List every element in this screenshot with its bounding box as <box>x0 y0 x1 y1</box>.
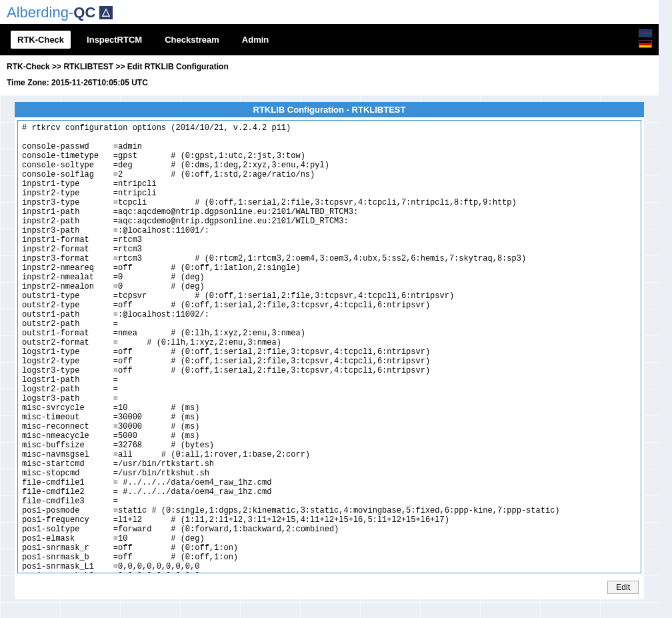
brand-part2: QC <box>73 4 95 21</box>
panel-title: RTKLIB Configuration - RTKLIBTEST <box>15 102 644 117</box>
content-area: RTKLIB Configuration - RTKLIBTEST Edit <box>0 95 659 618</box>
flag-uk-icon[interactable] <box>639 29 652 37</box>
main-nav: RTK-Check InspectRTCM Checkstream Admin <box>0 24 659 55</box>
language-flags <box>639 29 652 48</box>
brand-icon <box>99 6 113 19</box>
breadcrumb-current: Edit RTKLIB Configuration <box>127 62 229 71</box>
breadcrumb-sep2: >> <box>113 62 127 71</box>
viewport[interactable]: Alberding-QC RTK-Check InspectRTCM Check… <box>0 0 672 618</box>
brand-header: Alberding-QC <box>0 0 659 24</box>
breadcrumb: RTK-Check >> RTKLIBTEST >> Edit RTKLIB C… <box>0 55 659 75</box>
config-panel: RTKLIB Configuration - RTKLIBTEST Edit <box>15 102 644 599</box>
brand-text: Alberding-QC <box>7 4 95 21</box>
button-row: Edit <box>15 578 644 599</box>
breadcrumb-rtk-check[interactable]: RTK-Check <box>7 62 50 71</box>
timezone-label: Time Zone: 2015-11-26T10:05:05 UTC <box>0 75 659 95</box>
nav-admin[interactable]: Admin <box>235 31 275 49</box>
breadcrumb-rtklibtest[interactable]: RTKLIBTEST <box>63 62 113 71</box>
nav-checkstream[interactable]: Checkstream <box>158 31 226 49</box>
page: Alberding-QC RTK-Check InspectRTCM Check… <box>0 0 659 618</box>
brand-part1: Alberding- <box>7 4 73 21</box>
breadcrumb-sep1: >> <box>50 62 64 71</box>
nav-inspect-rtcm[interactable]: InspectRTCM <box>80 31 149 49</box>
config-editor[interactable] <box>17 120 641 573</box>
nav-rtk-check[interactable]: RTK-Check <box>11 31 71 49</box>
edit-button[interactable]: Edit <box>607 581 639 594</box>
flag-de-icon[interactable] <box>639 40 652 48</box>
